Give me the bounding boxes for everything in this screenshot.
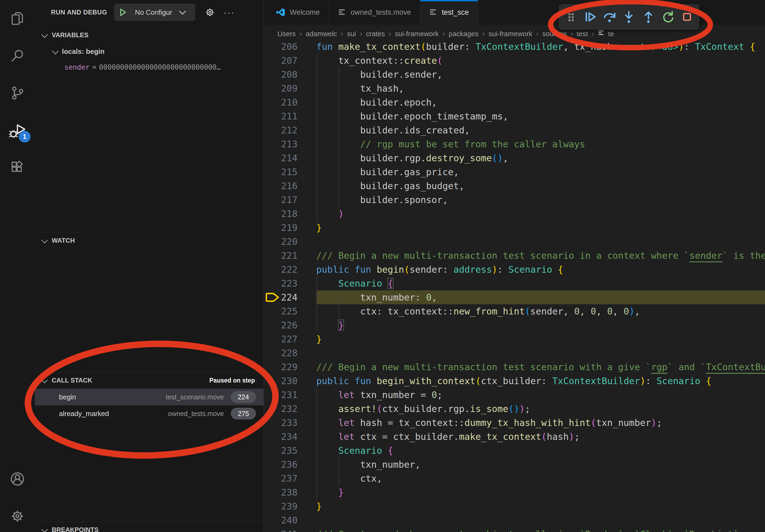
breakpoint-gutter[interactable] [264, 402, 281, 416]
breakpoint-gutter[interactable] [264, 109, 281, 123]
code-line[interactable]: 219} [264, 221, 765, 235]
breadcrumb-item[interactable]: test [577, 30, 588, 38]
breakpoint-gutter[interactable] [264, 416, 281, 430]
breakpoint-gutter[interactable] [264, 457, 281, 471]
more-actions-icon[interactable]: ··· [224, 10, 235, 15]
breakpoints-section-header[interactable]: BREAKPOINTS [35, 522, 264, 532]
breakpoint-gutter[interactable] [264, 137, 281, 151]
breakpoint-gutter[interactable] [264, 430, 281, 443]
breakpoint-gutter[interactable] [264, 360, 281, 374]
code-line[interactable]: 240 [264, 513, 765, 527]
breakpoint-gutter[interactable] [264, 68, 281, 82]
breakpoint-gutter[interactable] [264, 513, 281, 527]
code-line[interactable]: 229/// Begin a new multi-transaction tes… [264, 360, 765, 374]
code-line[interactable]: 211 builder.epoch_timestamp_ms, [264, 109, 765, 123]
code-line[interactable]: 231 let txn_number = 0; [264, 388, 765, 402]
code-line[interactable]: 216 builder.gas_budget, [264, 179, 765, 193]
code-line[interactable]: 233 let hash = tx_context::dummy_tx_hash… [264, 416, 765, 430]
code-line[interactable]: 224 txn_number: 0, [264, 290, 765, 304]
call-stack-frame[interactable]: begintest_scenario.move224 [35, 389, 264, 405]
step-over-button[interactable] [601, 8, 618, 26]
breakpoint-gutter[interactable] [264, 499, 281, 513]
breadcrumb-item[interactable]: adamwelc [306, 30, 337, 38]
debug-settings-gear-icon[interactable] [204, 7, 216, 18]
breakpoint-gutter[interactable] [264, 193, 281, 207]
breadcrumb-item[interactable]: sui [347, 30, 356, 38]
breadcrumb-file[interactable]: te [598, 29, 614, 39]
breakpoint-gutter[interactable] [264, 346, 281, 360]
code-line[interactable]: 222public fun begin(sender: address): Sc… [264, 263, 765, 276]
breakpoint-gutter[interactable] [264, 374, 281, 388]
breakpoint-gutter[interactable] [264, 443, 281, 457]
breakpoint-gutter[interactable] [264, 82, 281, 95]
code-line[interactable]: 217 builder.sponsor, [264, 193, 765, 207]
code-line[interactable]: 206fun make_tx_context(builder: TxContex… [264, 43, 765, 54]
code-line[interactable]: 214 builder.rgp.destroy_some(), [264, 151, 765, 165]
breadcrumb-item[interactable]: packages [449, 30, 478, 38]
tab-test-sce[interactable]: test_sce [420, 0, 478, 25]
watch-section-header[interactable]: WATCH [35, 232, 264, 249]
code-line[interactable]: 236 txn_number, [264, 457, 765, 471]
breakpoint-gutter[interactable] [264, 151, 281, 165]
breakpoint-gutter[interactable] [264, 249, 281, 263]
code-line[interactable]: 241/// Creates and shares system objects… [264, 527, 765, 532]
code-editor[interactable]: 206fun make_tx_context(builder: TxContex… [264, 43, 765, 532]
breakpoint-gutter[interactable] [264, 485, 281, 499]
tab-owned-tests-move[interactable]: owned_tests.move [329, 0, 420, 25]
breadcrumb-item[interactable]: sui-framework [395, 30, 438, 38]
call-stack-frame[interactable]: already_markedowned_tests.move275 [35, 405, 264, 422]
continue-button[interactable] [582, 8, 598, 26]
variable-row[interactable]: sender = 0000000000000000000000000000… [35, 60, 264, 75]
breakpoint-gutter[interactable] [264, 43, 281, 54]
breakpoint-gutter[interactable] [264, 263, 281, 276]
run-and-debug-icon[interactable]: 1 [0, 116, 35, 145]
source-control-icon[interactable] [0, 78, 35, 108]
code-line[interactable]: 226 } [264, 318, 765, 332]
settings-gear-icon[interactable] [0, 501, 35, 531]
code-line[interactable]: 230public fun begin_with_context(ctx_bui… [264, 374, 765, 388]
code-line[interactable]: 223 Scenario { [264, 276, 765, 290]
breakpoint-gutter[interactable] [264, 388, 281, 402]
breadcrumb-item[interactable]: sui-framework [489, 30, 532, 38]
extensions-icon[interactable] [0, 153, 35, 182]
code-line[interactable]: 239} [264, 499, 765, 513]
breakpoint-gutter[interactable] [264, 95, 281, 109]
breakpoint-gutter[interactable] [264, 471, 281, 485]
breakpoint-gutter[interactable] [264, 221, 281, 235]
breadcrumb-item[interactable]: sources [542, 30, 567, 38]
code-line[interactable]: 237 ctx, [264, 471, 765, 485]
breakpoint-gutter[interactable] [264, 527, 281, 532]
code-line[interactable]: 218 ) [264, 207, 765, 221]
breakpoint-gutter[interactable] [264, 54, 281, 68]
step-out-button[interactable] [640, 8, 657, 26]
breakpoint-gutter[interactable] [264, 276, 281, 290]
code-line[interactable]: 234 let ctx = ctx_builder.make_tx_contex… [264, 430, 765, 443]
search-icon[interactable] [0, 41, 35, 71]
code-line[interactable]: 235 Scenario { [264, 443, 765, 457]
code-line[interactable]: 238 } [264, 485, 765, 499]
code-line[interactable]: 208 builder.sender, [264, 68, 765, 82]
breakpoint-gutter[interactable] [264, 179, 281, 193]
accounts-icon[interactable] [0, 464, 35, 494]
restart-button[interactable] [659, 8, 676, 26]
step-into-button[interactable] [620, 8, 637, 26]
code-line[interactable]: 207 tx_context::create( [264, 54, 765, 68]
code-line[interactable]: 215 builder.gas_price, [264, 165, 765, 179]
code-line[interactable]: 220 [264, 235, 765, 249]
debug-configuration-dropdown[interactable]: No Configur [114, 4, 195, 21]
code-line[interactable]: 212 builder.ids_created, [264, 123, 765, 137]
code-line[interactable]: 232 assert!(ctx_builder.rgp.is_some()); [264, 402, 765, 416]
code-line[interactable]: 227} [264, 332, 765, 346]
breakpoint-gutter[interactable] [264, 332, 281, 346]
breakpoint-gutter[interactable] [264, 318, 281, 332]
breadcrumb-item[interactable]: Users [278, 30, 296, 38]
code-line[interactable]: 225 ctx: tx_context::new_from_hint(sende… [264, 304, 765, 318]
code-line[interactable]: 213 // rgp must be set from the caller a… [264, 137, 765, 151]
call-stack-section-header[interactable]: CALL STACK Paused on step [35, 372, 264, 389]
code-line[interactable]: 221/// Begin a new multi-transaction tes… [264, 249, 765, 263]
tab-welcome[interactable]: Welcome [264, 0, 329, 25]
code-line[interactable]: 228 [264, 346, 765, 360]
explorer-icon[interactable] [0, 4, 35, 33]
code-line[interactable]: 210 builder.epoch, [264, 95, 765, 109]
breakpoint-gutter[interactable] [264, 304, 281, 318]
